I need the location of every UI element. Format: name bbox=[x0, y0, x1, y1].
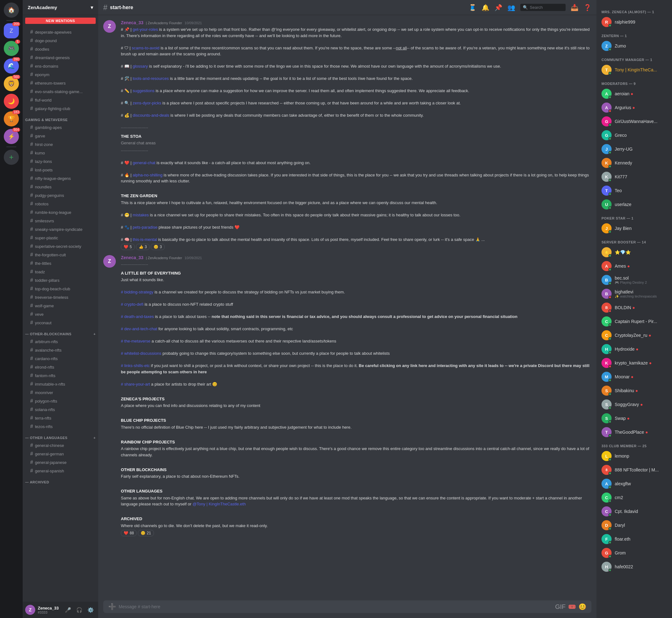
reaction-smile-2[interactable]: 😊21 bbox=[138, 530, 154, 536]
member-item-hafe0022[interactable]: H hafe0022 bbox=[599, 560, 669, 574]
channel-ref[interactable]: discounts-and-deals bbox=[133, 113, 169, 118]
server-icon-s2[interactable]: 🎮5 bbox=[4, 41, 19, 56]
channel-item-japanese[interactable]: #general-japanese bbox=[25, 458, 96, 467]
member-item-tony[interactable]: T Tony | KingInTheCa... bbox=[599, 63, 669, 77]
mute-button[interactable]: 🎤 bbox=[63, 605, 73, 615]
gif-icon[interactable]: GIF bbox=[555, 603, 566, 610]
channel-item-chinese[interactable]: #general-chinese bbox=[25, 441, 96, 449]
server-icon-zen[interactable]: Z 209 bbox=[4, 23, 19, 38]
add-channel-icon[interactable]: + bbox=[93, 332, 96, 336]
channel-ref[interactable]: this-is-mental bbox=[133, 237, 157, 242]
server-header[interactable]: ZenAcademy ▾ bbox=[23, 0, 98, 15]
channel-item-fantom[interactable]: #fantom-nfts bbox=[25, 372, 96, 380]
member-item-booster1[interactable]: ⭐ ⭐💎⭐ bbox=[599, 245, 669, 259]
channel-item-dreamland[interactable]: # dreamland-genesis bbox=[25, 54, 96, 62]
server-icon-s6[interactable]: 🏆183 bbox=[4, 111, 19, 126]
reaction-heart-2[interactable]: ❤️88 bbox=[121, 530, 137, 536]
channel-ref[interactable]: # death-and-taxes bbox=[121, 314, 154, 319]
server-icon-s5[interactable]: 🌙 bbox=[4, 94, 19, 109]
member-item-ralphie[interactable]: R ralphie999 bbox=[599, 15, 669, 29]
search-box[interactable]: 🔍 bbox=[520, 4, 566, 11]
server-icon-home[interactable]: 🏠 bbox=[4, 3, 19, 18]
channel-ref[interactable]: pets-paradise bbox=[133, 225, 157, 230]
channel-item-moonriver[interactable]: #moonriver bbox=[25, 388, 96, 397]
channel-item-evo-snails[interactable]: # evo-snails-staking-game... bbox=[25, 87, 96, 96]
channel-ref[interactable]: # dev-and-tech-chat bbox=[121, 326, 157, 331]
member-item-userlaze[interactable]: U userlaze bbox=[599, 198, 669, 211]
member-item-moonar[interactable]: M Moonar ● bbox=[599, 370, 669, 384]
add-server-button[interactable]: + bbox=[4, 150, 19, 165]
channel-ref[interactable]: suggestions bbox=[133, 88, 154, 93]
channel-ref[interactable]: zens-dyor-picks bbox=[133, 101, 161, 105]
member-item-jerry[interactable]: J Jerry-UG bbox=[599, 142, 669, 156]
channel-item-toadz[interactable]: # toadz bbox=[25, 268, 96, 276]
new-mentions-button[interactable]: NEW MENTIONS bbox=[25, 18, 96, 24]
channel-item-forgotten[interactable]: # the-forgotten-cult bbox=[25, 251, 96, 259]
member-item-thegoodplace[interactable]: T TheGoodPlace ● bbox=[599, 425, 669, 439]
channel-ref[interactable]: # share-your-art bbox=[121, 382, 150, 387]
member-item-zumo[interactable]: Z Zumo bbox=[599, 39, 669, 53]
channel-item-desperate-apewives[interactable]: # desperate-apewives bbox=[25, 28, 96, 36]
member-item-floar[interactable]: F floar.eth bbox=[599, 532, 669, 546]
member-item-alexgftw[interactable]: A alexgftw bbox=[599, 477, 669, 491]
mention[interactable]: @Tony | KingInTheCastle.eth bbox=[193, 502, 246, 506]
member-item-shibakinu[interactable]: S Shibakinu ● bbox=[599, 384, 669, 398]
member-item-greco[interactable]: G Greco bbox=[599, 128, 669, 142]
add-channel-icon[interactable]: + bbox=[93, 436, 96, 440]
channel-item-pudgy[interactable]: # pudgy-penguins bbox=[25, 191, 96, 199]
search-input[interactable] bbox=[530, 5, 563, 10]
channel-item-wolf[interactable]: # wolf-game bbox=[25, 302, 96, 310]
channel-item-nifty[interactable]: # nifty-league-degens bbox=[25, 174, 96, 182]
channel-item-solana[interactable]: #solana-nfts bbox=[25, 405, 96, 414]
channel-item-spanish[interactable]: #general-spanish bbox=[25, 467, 96, 475]
member-item-bec[interactable]: B bec.sol 🎮 Playing Destiny 2 bbox=[599, 273, 669, 287]
channel-item-polygon[interactable]: #polygon-nfts bbox=[25, 397, 96, 405]
server-icon-s3[interactable]: 🌊390 bbox=[4, 59, 19, 74]
deafen-button[interactable]: 🎧 bbox=[74, 605, 84, 615]
member-item-aeroian[interactable]: A aeroian ● bbox=[599, 87, 669, 101]
channel-ref[interactable]: tools-and-resources bbox=[133, 76, 169, 81]
channel-ref[interactable]: # bidding-strategy bbox=[121, 290, 153, 294]
channel-item-elrond[interactable]: #elrond-nfts bbox=[25, 363, 96, 371]
member-item-boldin[interactable]: B BOLDIN ● bbox=[599, 301, 669, 314]
channel-item-galaxy[interactable]: # galaxy-fighting-club bbox=[25, 104, 96, 113]
channel-ref[interactable]: general-chat bbox=[133, 161, 155, 165]
member-item-hydroxide[interactable]: H Hydroxide ● bbox=[599, 342, 669, 356]
channel-item-doodles[interactable]: # doodles bbox=[25, 45, 96, 53]
channel-ref[interactable]: # crypto-defi bbox=[121, 302, 144, 307]
help-icon[interactable]: ❓ bbox=[584, 4, 591, 11]
channel-ref[interactable]: scams-to-avoid bbox=[132, 45, 159, 50]
reaction-heart[interactable]: ❤️5 bbox=[121, 244, 135, 250]
pin-icon[interactable]: 📌 bbox=[495, 4, 502, 11]
channel-item-lost-poets[interactable]: # lost-poets bbox=[25, 166, 96, 174]
reaction-smile[interactable]: 😊3 bbox=[151, 244, 165, 250]
member-item-girljust[interactable]: G GirlJustWannaHave... bbox=[599, 114, 669, 128]
channel-item-german[interactable]: #general-german bbox=[25, 450, 96, 458]
member-item-cm2[interactable]: C cm2 bbox=[599, 491, 669, 504]
emoji-icon[interactable]: 😊 bbox=[579, 603, 586, 610]
channel-item-ens[interactable]: # ens-domains bbox=[25, 62, 96, 70]
channel-item-gambling[interactable]: # gambling-apes bbox=[25, 123, 96, 131]
member-item-jay[interactable]: J Jay Bien bbox=[599, 221, 669, 235]
reaction-thumbs[interactable]: 👍3 bbox=[136, 244, 150, 250]
member-item-kennedy[interactable]: K Kennedy bbox=[599, 156, 669, 170]
channel-ref[interactable]: # whitelist-discussions bbox=[121, 351, 161, 356]
category-gaming[interactable]: Gaming & Metaverse bbox=[23, 113, 98, 123]
notifications-icon[interactable]: 🔔 bbox=[482, 4, 490, 11]
channel-item-avalanche[interactable]: #avalanche-nfts bbox=[25, 346, 96, 354]
channel-ref[interactable]: get-your-roles bbox=[133, 27, 158, 32]
threads-icon[interactable]: 🧵 bbox=[469, 4, 477, 11]
category-other-languages[interactable]: — OTHER LANGUAGES + bbox=[23, 431, 98, 441]
member-item-ames[interactable]: A Ames ● bbox=[599, 259, 669, 273]
channel-item-immutable[interactable]: #immutable-x-nfts bbox=[25, 380, 96, 388]
channel-item-sneaky[interactable]: # sneaky-vampire-syndicate bbox=[25, 225, 96, 233]
channel-ref[interactable]: glossary bbox=[133, 64, 148, 69]
channel-item-toddler[interactable]: # toddler-pillars bbox=[25, 276, 96, 284]
category-other-blockchains[interactable]: — OTHER-BLOCKCHAINS + bbox=[23, 327, 98, 337]
members-icon[interactable]: 👥 bbox=[507, 4, 515, 11]
channel-item-tezos[interactable]: #tezos-nfts bbox=[25, 422, 96, 430]
channel-item-terra[interactable]: #terra-nfts bbox=[25, 414, 96, 422]
channel-item-cardano[interactable]: #cardano-nfts bbox=[25, 354, 96, 363]
settings-button[interactable]: ⚙️ bbox=[86, 605, 96, 615]
member-item-captain[interactable]: C Captain Rupert - Pir... bbox=[599, 314, 669, 328]
